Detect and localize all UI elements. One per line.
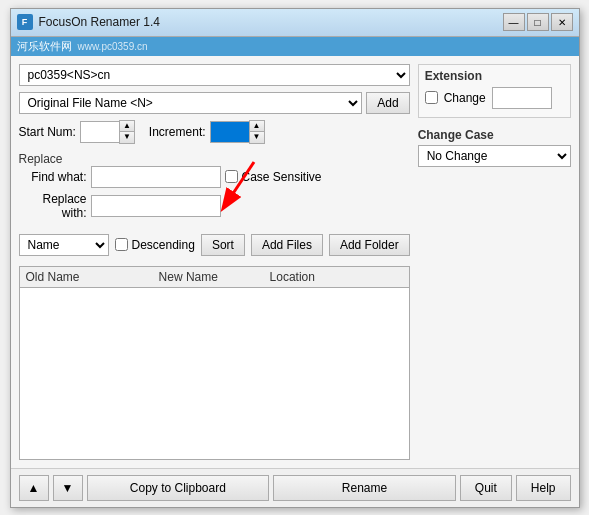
main-window: F FocusOn Renamer 1.4 — □ ✕ 河乐软件网 www.pc…: [10, 8, 580, 508]
find-input[interactable]: [91, 166, 221, 188]
watermark-text: 河乐软件网: [17, 39, 72, 54]
descending-row: Descending: [115, 238, 195, 252]
pattern-combo[interactable]: pc0359<NS>cn: [19, 64, 410, 86]
watermark-bar: 河乐软件网 www.pc0359.cn: [11, 37, 579, 56]
start-num-arrows: ▲ ▼: [119, 120, 135, 144]
replace-input[interactable]: [91, 195, 221, 217]
find-row: Find what: Case Sensitive: [19, 166, 410, 188]
increment-up[interactable]: ▲: [250, 121, 264, 132]
increment-spinner: 1 ▲ ▼: [210, 120, 265, 144]
replace-row: Replace with:: [19, 192, 410, 220]
find-what-label: Find what:: [19, 170, 87, 184]
add-folder-button[interactable]: Add Folder: [329, 234, 410, 256]
file-list-header: Old Name New Name Location: [20, 267, 409, 288]
change-ext-label: Change: [444, 91, 486, 105]
start-num-spinner: 1 ▲ ▼: [80, 120, 135, 144]
col-old-name: Old Name: [26, 270, 159, 284]
start-num-label: Start Num:: [19, 125, 76, 139]
sort-select[interactable]: Name: [19, 234, 109, 256]
site-text: www.pc0359.cn: [78, 41, 148, 52]
change-case-section: Change Case No Change: [418, 128, 571, 167]
window-controls: — □ ✕: [503, 13, 573, 31]
minimize-button[interactable]: —: [503, 13, 525, 31]
right-panel: Extension Change jpg Change Case No Chan…: [418, 64, 571, 460]
rename-button[interactable]: Rename: [273, 475, 456, 501]
maximize-button[interactable]: □: [527, 13, 549, 31]
copy-clipboard-button[interactable]: Copy to Clipboard: [87, 475, 270, 501]
col-location: Location: [270, 270, 403, 284]
main-content: pc0359<NS>cn Original File Name <N> Add …: [11, 56, 579, 468]
replace-label: Replace: [19, 152, 410, 166]
descending-label: Descending: [132, 238, 195, 252]
change-case-title: Change Case: [418, 128, 571, 142]
sort-bar: Name Descending Sort Add Files Add Folde…: [19, 230, 410, 260]
file-list-body[interactable]: [20, 288, 409, 438]
increment-down[interactable]: ▼: [250, 132, 264, 143]
help-button[interactable]: Help: [516, 475, 571, 501]
sort-button[interactable]: Sort: [201, 234, 245, 256]
name-combo[interactable]: Original File Name <N>: [19, 92, 363, 114]
numbering-row: Start Num: 1 ▲ ▼ Increment: 1 ▲ ▼: [19, 120, 410, 144]
descending-checkbox[interactable]: [115, 238, 128, 251]
bottom-bar: ▲ ▼ Copy to Clipboard Rename Quit Help: [11, 468, 579, 507]
up-button[interactable]: ▲: [19, 475, 49, 501]
extension-title: Extension: [425, 69, 564, 83]
col-new-name: New Name: [159, 270, 270, 284]
start-num-input[interactable]: 1: [80, 121, 120, 143]
title-bar: F FocusOn Renamer 1.4 — □ ✕: [11, 9, 579, 37]
change-case-select[interactable]: No Change: [418, 145, 571, 167]
increment-arrows: ▲ ▼: [249, 120, 265, 144]
close-button[interactable]: ✕: [551, 13, 573, 31]
window-title: FocusOn Renamer 1.4: [39, 15, 503, 29]
replace-with-label: Replace with:: [19, 192, 87, 220]
increment-label: Increment:: [149, 125, 206, 139]
replace-section: Replace Find what: Case Sensitive Replac…: [19, 150, 410, 224]
increment-input[interactable]: 1: [210, 121, 250, 143]
extension-row: Change jpg: [425, 87, 564, 109]
extension-section: Extension Change jpg: [418, 64, 571, 118]
case-sensitive-row: Case Sensitive: [225, 170, 322, 184]
quit-button[interactable]: Quit: [460, 475, 512, 501]
name-add-row: Original File Name <N> Add: [19, 92, 410, 114]
case-sensitive-checkbox[interactable]: [225, 170, 238, 183]
app-icon: F: [17, 14, 33, 30]
pattern-row: pc0359<NS>cn: [19, 64, 410, 86]
add-files-button[interactable]: Add Files: [251, 234, 323, 256]
start-num-up[interactable]: ▲: [120, 121, 134, 132]
ext-input[interactable]: jpg: [492, 87, 552, 109]
add-button[interactable]: Add: [366, 92, 409, 114]
left-panel: pc0359<NS>cn Original File Name <N> Add …: [19, 64, 410, 460]
start-num-down[interactable]: ▼: [120, 132, 134, 143]
down-button[interactable]: ▼: [53, 475, 83, 501]
file-list-area: Old Name New Name Location: [19, 266, 410, 460]
change-ext-checkbox[interactable]: [425, 91, 438, 104]
case-sensitive-label: Case Sensitive: [242, 170, 322, 184]
